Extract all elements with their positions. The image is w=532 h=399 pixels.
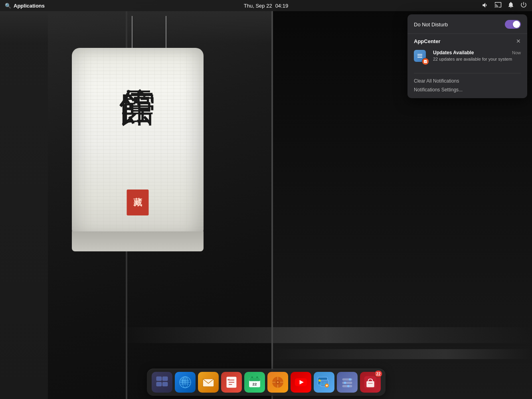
svg-rect-15 (249, 378, 260, 381)
power-icon[interactable] (520, 1, 527, 10)
svg-rect-0 (156, 377, 161, 381)
notif-body: 22 updates are available for your system (433, 56, 521, 62)
pole-right (271, 0, 273, 399)
topbar-left: 🔍 Applications (5, 3, 45, 9)
bg-light-strip (120, 327, 532, 343)
notifications-settings-button[interactable]: Notifications Settings... (407, 85, 527, 94)
svg-text:22: 22 (252, 382, 257, 386)
dock-item-multitasking[interactable] (152, 372, 172, 393)
notif-title: Updates Available (433, 50, 474, 55)
imagetool-icon (317, 375, 331, 389)
notif-icon-container (414, 50, 429, 65)
svg-rect-2 (156, 382, 161, 386)
settings-icon (340, 375, 354, 389)
svg-point-32 (349, 378, 351, 381)
notif-content: Updates Available Now 22 updates are ava… (433, 50, 521, 62)
clear-all-button[interactable]: Clear All Notifications (407, 77, 527, 85)
dock-item-browser[interactable] (175, 372, 196, 393)
dnd-toggle[interactable] (505, 20, 521, 29)
appcenter-badge: 22 (374, 370, 382, 377)
svg-point-16 (251, 376, 253, 378)
music-icon (271, 375, 285, 389)
svg-point-8 (180, 377, 191, 388)
cast-icon[interactable] (494, 1, 502, 10)
appcenter-icon (363, 375, 378, 389)
search-icon: 🔍 (5, 3, 11, 9)
dock-item-calendar[interactable]: 22 (244, 372, 265, 393)
calendar-icon: 22 (247, 375, 262, 389)
bg-light-strip2 (271, 349, 532, 359)
svg-point-26 (318, 379, 321, 382)
dock-item-settings[interactable] (337, 372, 358, 393)
multitasking-icon (155, 375, 169, 389)
svg-point-17 (256, 376, 258, 378)
svg-rect-30 (342, 382, 352, 384)
svg-rect-1 (162, 377, 167, 381)
svg-rect-3 (162, 382, 167, 386)
browser-icon (178, 375, 192, 389)
lantern-chinese-text: 停雲館 (119, 60, 157, 66)
applications-label[interactable]: Applications (14, 3, 45, 9)
svg-point-34 (347, 385, 350, 387)
youtube-icon (294, 375, 308, 389)
volume-icon[interactable] (482, 2, 489, 10)
dock-item-appcenter[interactable]: 22 (360, 372, 381, 393)
notification-bell-icon[interactable] (507, 1, 514, 10)
topbar: 🔍 Applications Thu, Sep 22 04:19 (0, 0, 532, 11)
bg-left-panel (0, 11, 48, 399)
lantern-seal: 藏 (127, 190, 149, 215)
tasks-icon (224, 375, 239, 389)
svg-point-28 (326, 385, 328, 387)
time-label: 04:19 (275, 3, 289, 9)
notif-divider (414, 73, 521, 73)
dock: 22 (147, 369, 386, 396)
datetime-label: Thu, Sep 22 (244, 3, 272, 9)
appcenter-title: AppCenter (414, 38, 440, 44)
topbar-right (482, 1, 527, 10)
dock-item-imagetool[interactable] (314, 372, 334, 393)
svg-point-21 (277, 381, 278, 383)
appcenter-header: AppCenter ✕ (414, 38, 521, 44)
lantern-decoration: 停雲館 藏 (48, 16, 227, 271)
dock-item-mail[interactable] (198, 372, 219, 393)
notification-item[interactable]: Updates Available Now 22 updates are ava… (414, 47, 521, 67)
mail-icon (201, 375, 216, 389)
notif-title-row: Updates Available Now (433, 50, 521, 55)
topbar-center: Thu, Sep 22 04:19 (244, 3, 288, 9)
appcenter-section: AppCenter ✕ Updates Available (407, 34, 527, 70)
dock-item-tasks[interactable] (221, 372, 242, 393)
dock-item-music[interactable] (267, 372, 288, 393)
appcenter-badge-icon (422, 58, 429, 65)
svg-rect-36 (366, 381, 374, 387)
dock-item-youtube[interactable] (291, 372, 311, 393)
svg-point-33 (344, 382, 346, 384)
lantern-bottom (72, 231, 204, 251)
clear-section-icon[interactable]: ✕ (516, 38, 521, 44)
notification-panel: Do Not Disturb AppCenter ✕ (407, 14, 527, 98)
dnd-section: Do Not Disturb (407, 20, 527, 34)
dnd-label: Do Not Disturb (414, 22, 448, 28)
notif-time: Now (512, 50, 521, 55)
lantern-body: 停雲館 藏 (72, 48, 204, 239)
